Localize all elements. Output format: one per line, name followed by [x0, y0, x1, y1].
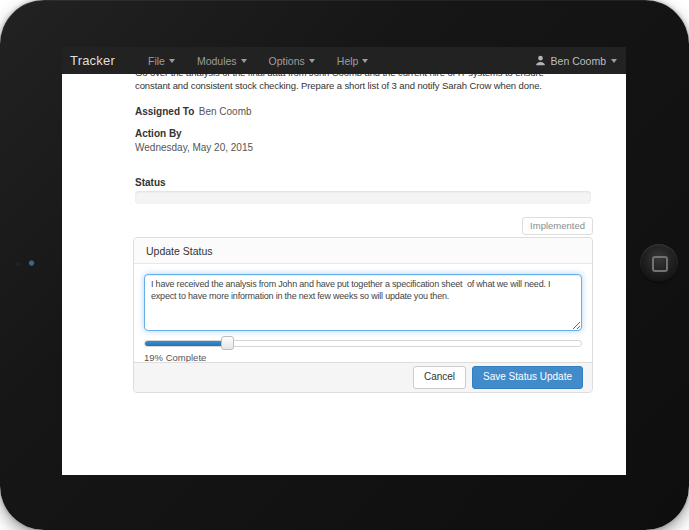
assigned-to-value: Ben Coomb	[199, 106, 252, 117]
cancel-button[interactable]: Cancel	[413, 366, 466, 389]
update-status-panel-footer: Cancel Save Status Update	[134, 362, 592, 392]
person-icon	[535, 55, 546, 66]
chevron-down-icon	[309, 59, 315, 63]
top-navbar: Tracker File Modules Options	[62, 47, 626, 74]
menu-file-label: File	[148, 55, 165, 67]
tablet-frame: Go over the analysis of the final data f…	[0, 0, 689, 530]
menu-modules-label: Modules	[197, 55, 237, 67]
progress-slider-fill	[145, 341, 228, 346]
menu-file[interactable]: File	[137, 47, 186, 74]
update-status-panel-body: I have received the analysis from John a…	[134, 264, 592, 363]
camera-icon	[27, 259, 36, 268]
status-update-textarea[interactable]: I have received the analysis from John a…	[144, 274, 582, 331]
chevron-down-icon	[611, 59, 617, 63]
update-status-panel-title: Update Status	[134, 238, 592, 264]
app-brand[interactable]: Tracker	[70, 53, 115, 68]
menu-modules[interactable]: Modules	[186, 47, 258, 74]
home-button-square-icon	[652, 256, 668, 272]
menu-options[interactable]: Options	[258, 47, 326, 74]
status-progress-bar	[135, 191, 591, 204]
task-description-line: constant and consistent stock checking. …	[135, 79, 591, 92]
status-badge-row: Implemented	[133, 215, 593, 235]
assigned-to-row: Assigned To Ben Coomb	[135, 101, 252, 119]
chevron-down-icon	[241, 59, 247, 63]
tablet-screen: Go over the analysis of the final data f…	[62, 47, 626, 475]
chevron-down-icon	[362, 59, 368, 63]
user-menu[interactable]: Ben Coomb	[535, 55, 617, 67]
navbar-menus: File Modules Options Help	[137, 47, 379, 74]
status-badge: Implemented	[522, 217, 593, 235]
sensor-dot	[16, 262, 20, 266]
status-label: Status	[135, 177, 166, 188]
update-status-panel: Update Status I have received the analys…	[133, 237, 593, 393]
action-by-label: Action By	[135, 128, 182, 139]
menu-help[interactable]: Help	[326, 47, 380, 74]
action-by-value: Wednesday, May 20, 2015	[135, 142, 253, 153]
menu-help-label: Help	[337, 55, 359, 67]
save-status-update-button[interactable]: Save Status Update	[472, 366, 583, 389]
page: Go over the analysis of the final data f…	[0, 0, 689, 530]
assigned-to-label: Assigned To	[135, 106, 194, 117]
progress-slider-track[interactable]	[144, 340, 582, 347]
user-menu-label: Ben Coomb	[551, 55, 606, 67]
menu-options-label: Options	[269, 55, 305, 67]
chevron-down-icon	[169, 59, 175, 63]
home-button[interactable]	[640, 244, 678, 282]
progress-slider-handle[interactable]	[221, 336, 234, 350]
